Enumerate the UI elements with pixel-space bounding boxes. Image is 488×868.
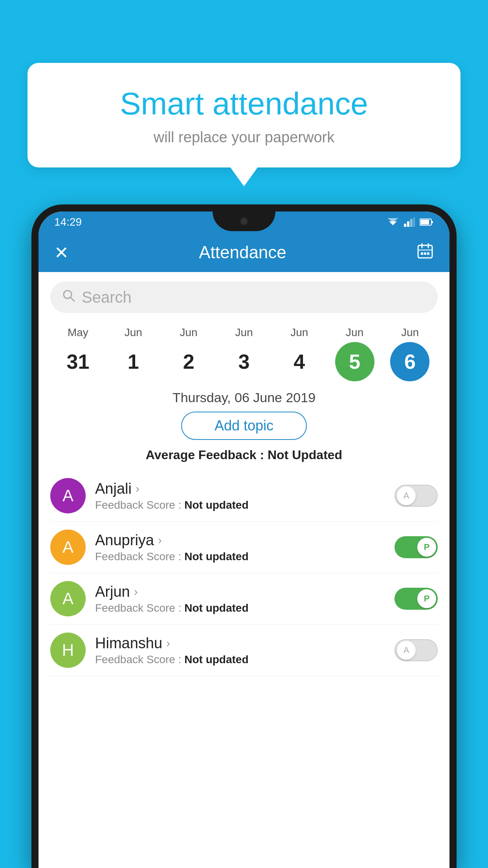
chevron-right-icon: › xyxy=(158,533,162,547)
status-bar: 14:29 xyxy=(39,211,449,233)
cal-day-5[interactable]: Jun5 xyxy=(331,326,378,381)
student-info: Himanshu ›Feedback Score : Not updated xyxy=(95,635,394,666)
notch-camera xyxy=(240,217,248,225)
speech-bubble-subtitle: will replace your paperwork xyxy=(47,129,441,146)
student-item[interactable]: AAnjali ›Feedback Score : Not updatedA xyxy=(50,470,438,522)
student-name-text: Anjali xyxy=(95,480,132,497)
student-avatar: A xyxy=(50,581,86,616)
app-header: ✕ Attendance xyxy=(39,233,449,272)
svg-rect-5 xyxy=(413,217,415,227)
cal-month-label: Jun xyxy=(290,326,308,339)
attendance-toggle[interactable]: A xyxy=(394,485,438,507)
calendar-row: May31Jun1Jun2Jun3Jun4Jun5Jun6 xyxy=(39,322,449,383)
svg-rect-3 xyxy=(407,221,409,227)
attendance-toggle[interactable]: P xyxy=(394,536,438,558)
cal-month-label: Jun xyxy=(125,326,142,339)
search-input[interactable]: Search xyxy=(82,289,132,306)
student-name-text: Anupriya xyxy=(95,532,154,549)
cal-month-label: Jun xyxy=(235,326,253,339)
svg-rect-7 xyxy=(431,221,433,223)
feedback-value: Not updated xyxy=(184,602,248,614)
student-avatar: H xyxy=(50,633,86,668)
student-feedback: Feedback Score : Not updated xyxy=(95,653,394,666)
cal-month-label: Jun xyxy=(346,326,363,339)
student-name: Himanshu › xyxy=(95,635,394,652)
cal-num-label: 4 xyxy=(280,342,319,381)
notch xyxy=(213,211,275,231)
svg-rect-15 xyxy=(427,252,429,255)
cal-num-label: 3 xyxy=(224,342,264,381)
student-item[interactable]: AArjun ›Feedback Score : Not updatedP xyxy=(50,573,438,625)
cal-day-31[interactable]: May31 xyxy=(54,326,101,381)
svg-rect-9 xyxy=(418,245,432,258)
toggle-knob: P xyxy=(417,589,436,608)
toggle-knob: A xyxy=(397,486,416,505)
close-button[interactable]: ✕ xyxy=(54,243,69,263)
svg-rect-14 xyxy=(424,252,426,255)
student-avatar: A xyxy=(50,478,86,513)
student-item[interactable]: HHimanshu ›Feedback Score : Not updatedA xyxy=(50,625,438,676)
cal-day-6[interactable]: Jun6 xyxy=(386,326,433,381)
cal-num-label: 6 xyxy=(390,342,429,381)
search-icon xyxy=(62,289,75,306)
phone-screen: 14:29 xyxy=(39,211,449,868)
add-topic-button[interactable]: Add topic xyxy=(181,412,307,440)
toggle-knob: A xyxy=(397,641,416,660)
battery-icon xyxy=(420,218,434,226)
signal-icon xyxy=(404,217,415,227)
selected-date-label: Thursday, 06 June 2019 xyxy=(39,390,449,405)
avg-feedback: Average Feedback : Not Updated xyxy=(39,448,449,462)
student-feedback: Feedback Score : Not updated xyxy=(95,602,394,614)
cal-day-1[interactable]: Jun1 xyxy=(110,326,157,381)
chevron-right-icon: › xyxy=(166,636,170,650)
cal-num-label: 2 xyxy=(169,342,208,381)
wifi-icon xyxy=(387,217,399,227)
cal-num-label: 31 xyxy=(58,342,97,381)
student-info: Anupriya ›Feedback Score : Not updated xyxy=(95,532,394,563)
svg-rect-2 xyxy=(404,224,406,227)
student-name: Anupriya › xyxy=(95,532,394,549)
cal-num-label: 1 xyxy=(114,342,153,381)
student-item[interactable]: AAnupriya ›Feedback Score : Not updatedP xyxy=(50,522,438,573)
student-name: Anjali › xyxy=(95,480,394,497)
attendance-toggle[interactable]: P xyxy=(394,588,438,610)
feedback-value: Not updated xyxy=(184,550,248,563)
chevron-right-icon: › xyxy=(134,585,138,598)
header-title: Attendance xyxy=(199,243,286,262)
calendar-button[interactable] xyxy=(416,242,434,263)
student-feedback: Feedback Score : Not updated xyxy=(95,499,394,511)
calendar-icon xyxy=(416,242,434,259)
svg-rect-8 xyxy=(420,220,429,224)
toggle-knob: P xyxy=(417,538,436,557)
cal-day-3[interactable]: Jun3 xyxy=(220,326,268,381)
student-avatar: A xyxy=(50,530,86,565)
chevron-right-icon: › xyxy=(136,482,139,495)
speech-bubble-title: Smart attendance xyxy=(47,86,441,121)
search-bar[interactable]: Search xyxy=(50,281,438,313)
svg-rect-4 xyxy=(410,219,413,227)
svg-rect-13 xyxy=(421,252,423,255)
avg-feedback-value: Not Updated xyxy=(268,448,342,462)
student-name-text: Himanshu xyxy=(95,635,162,652)
student-name-text: Arjun xyxy=(95,583,130,600)
student-info: Anjali ›Feedback Score : Not updated xyxy=(95,480,394,511)
cal-month-label: Jun xyxy=(401,326,419,339)
cal-month-label: Jun xyxy=(180,326,198,339)
status-icons xyxy=(387,217,434,227)
feedback-value: Not updated xyxy=(184,653,248,666)
attendance-toggle[interactable]: A xyxy=(394,639,438,661)
cal-month-label: May xyxy=(68,326,88,339)
feedback-value: Not updated xyxy=(184,499,248,511)
phone-frame: 14:29 xyxy=(31,204,457,868)
cal-day-4[interactable]: Jun4 xyxy=(276,326,323,381)
cal-num-label: 5 xyxy=(335,342,374,381)
avg-feedback-label: Average Feedback : xyxy=(146,448,268,462)
speech-bubble: Smart attendance will replace your paper… xyxy=(28,63,460,167)
student-feedback: Feedback Score : Not updated xyxy=(95,550,394,563)
student-name: Arjun › xyxy=(95,583,394,600)
student-list: AAnjali ›Feedback Score : Not updatedAAA… xyxy=(39,470,449,676)
student-info: Arjun ›Feedback Score : Not updated xyxy=(95,583,394,614)
cal-day-2[interactable]: Jun2 xyxy=(165,326,212,381)
svg-line-17 xyxy=(71,298,74,301)
svg-marker-1 xyxy=(387,218,398,222)
